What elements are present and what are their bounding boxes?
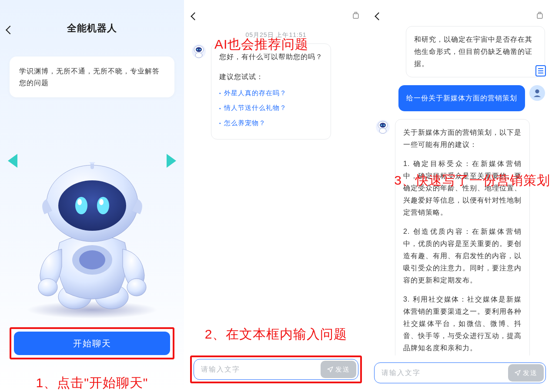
svg-point-0 bbox=[27, 301, 157, 319]
ai-reply-bubble: 关于新媒体方面的营销策划，以下是一些可能有用的建议： 1. 确定目标受众：在新媒… bbox=[395, 119, 530, 355]
ai-avatar-icon bbox=[191, 43, 207, 59]
carousel-prev-icon[interactable] bbox=[8, 154, 17, 168]
suggestion-screen: 05月25日 上午11:51 AI也会推荐问题 您好，有什么可以帮助您的吗？ 建… bbox=[184, 0, 368, 392]
page-title: 全能机器人 bbox=[67, 22, 117, 35]
user-message-bubble: 给一份关于新媒体方面的营销策划 bbox=[398, 85, 525, 111]
svg-point-4 bbox=[79, 250, 105, 269]
chat-area: 05月25日 上午11:51 AI也会推荐问题 您好，有什么可以帮助您的吗？ 建… bbox=[184, 22, 368, 326]
send-icon bbox=[514, 369, 521, 376]
carousel-next-icon[interactable] bbox=[167, 154, 176, 168]
svg-rect-22 bbox=[537, 14, 542, 19]
svg-point-5 bbox=[38, 279, 57, 296]
svg-point-10 bbox=[97, 197, 109, 214]
ai-reply-point: 2. 创造优质内容：在新媒体营销中，优质的内容是至关重要的。要创造有趣、有用、有… bbox=[403, 226, 522, 286]
send-button[interactable]: 发送 bbox=[321, 361, 356, 378]
svg-point-6 bbox=[127, 279, 146, 296]
ai-suggestion-bubble: 您好，有什么可以帮助您的吗？ 建议您试试： 外星人真的存在吗？ 情人节送什么礼物… bbox=[211, 43, 331, 140]
header: 全能机器人 bbox=[0, 0, 184, 39]
svg-point-12 bbox=[99, 199, 104, 205]
user-message-row: 给一份关于新媒体方面的营销策划 bbox=[375, 85, 545, 111]
ai-message-row: 关于新媒体方面的营销策划，以下是一些可能有用的建议： 1. 确定目标受众：在新媒… bbox=[375, 119, 545, 355]
ai-message-row: 您好，有什么可以帮助您的吗？ 建议您试试： 外星人真的存在吗？ 情人节送什么礼物… bbox=[191, 43, 361, 140]
svg-point-27 bbox=[381, 124, 382, 126]
svg-point-14 bbox=[89, 162, 96, 164]
svg-point-23 bbox=[535, 90, 539, 93]
robot-icon bbox=[18, 162, 166, 319]
message-composer: 发送 bbox=[374, 362, 546, 383]
send-button[interactable]: 发送 bbox=[508, 364, 544, 382]
annotation-step-1: 1、点击"开始聊天" bbox=[0, 374, 184, 392]
page-index-icon[interactable] bbox=[535, 65, 546, 76]
start-chat-button[interactable]: 开始聊天 bbox=[14, 332, 170, 355]
svg-point-21 bbox=[195, 53, 202, 58]
svg-point-19 bbox=[197, 49, 198, 50]
chat-area: 和研究，以确定在宇宙中是否存在其他生命形式，但目前仍缺乏确凿的证据。 给一份关于… bbox=[368, 22, 552, 355]
svg-point-28 bbox=[383, 124, 385, 126]
reply-screen: 和研究，以确定在宇宙中是否存在其他生命形式，但目前仍缺乏确凿的证据。 给一份关于… bbox=[368, 0, 552, 392]
svg-point-20 bbox=[199, 49, 201, 50]
ai-avatar-icon bbox=[375, 119, 391, 135]
back-icon[interactable] bbox=[375, 12, 382, 20]
svg-point-11 bbox=[77, 199, 82, 205]
ai-message-row: 和研究，以确定在宇宙中是否存在其他生命形式，但目前仍缺乏确凿的证据。 bbox=[375, 26, 545, 77]
robot-illustration-area bbox=[0, 97, 184, 327]
send-label: 发送 bbox=[523, 369, 538, 377]
send-icon bbox=[327, 366, 334, 373]
svg-point-8 bbox=[58, 180, 126, 231]
send-label: 发送 bbox=[335, 365, 350, 374]
svg-rect-15 bbox=[353, 14, 358, 19]
message-input[interactable] bbox=[375, 369, 506, 377]
suggestion-item[interactable]: 情人节送什么礼物？ bbox=[219, 102, 323, 113]
topbar bbox=[368, 0, 552, 22]
svg-point-29 bbox=[379, 128, 386, 133]
svg-point-18 bbox=[196, 47, 202, 52]
message-input[interactable] bbox=[194, 365, 319, 373]
ai-reply-intro: 关于新媒体方面的营销策划，以下是一些可能有用的建议： bbox=[403, 126, 522, 151]
composer-highlight: 发送 bbox=[190, 355, 362, 383]
ai-reply-point: 1. 确定目标受众：在新媒体营销中，确定目标受众是至关重要的。要确定受众的年龄、… bbox=[403, 158, 522, 219]
topbar bbox=[184, 0, 368, 22]
user-avatar-icon bbox=[529, 85, 545, 101]
ai-message-bubble: 和研究，以确定在宇宙中是否存在其他生命形式，但目前仍缺乏确凿的证据。 bbox=[406, 26, 545, 77]
annotation-step-2: 2、在文本框内输入问题 bbox=[184, 326, 368, 343]
svg-point-9 bbox=[75, 197, 87, 214]
suggestion-item[interactable]: 怎么养宠物？ bbox=[219, 117, 323, 129]
suggestion-item[interactable]: 外星人真的存在吗？ bbox=[219, 87, 323, 99]
context-menu-icon[interactable] bbox=[351, 10, 360, 19]
back-icon[interactable] bbox=[6, 26, 14, 34]
back-icon[interactable] bbox=[191, 12, 198, 20]
intro-screen: 全能机器人 学识渊博，无所不通，无所不晓，专业解答您的问题 bbox=[0, 0, 184, 392]
ai-reply-point: 3. 利用社交媒体：社交媒体是新媒体营销的重要渠道之一。要利用各种社交媒体平台，… bbox=[403, 293, 522, 354]
ai-greeting-text: 您好，有什么可以帮助您的吗？ bbox=[219, 51, 323, 63]
context-menu-icon[interactable] bbox=[535, 10, 544, 19]
message-composer: 发送 bbox=[194, 359, 358, 380]
intro-description: 学识渊博，无所不通，无所不晓，专业解答您的问题 bbox=[10, 56, 174, 97]
start-button-highlight: 开始聊天 bbox=[10, 327, 174, 359]
timestamp: 05月25日 上午11:51 bbox=[191, 31, 361, 39]
suggestion-header: 建议您试试： bbox=[219, 71, 323, 83]
svg-point-26 bbox=[380, 123, 386, 128]
